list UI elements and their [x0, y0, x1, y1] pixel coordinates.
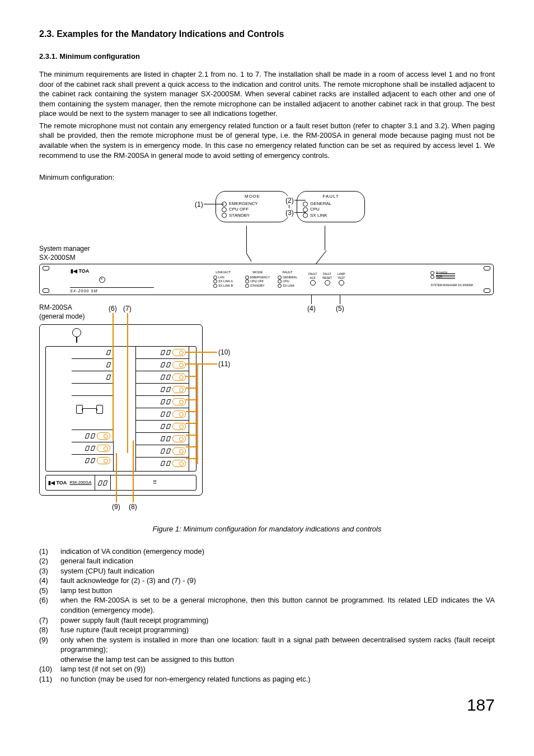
callout-7: (7) — [123, 304, 132, 313]
legend-text: lamp test (if not set on (9)) — [60, 664, 495, 674]
legend-num: (5) — [39, 586, 60, 596]
paragraph-1: The minimum requirements are listed in c… — [39, 69, 495, 119]
figure-1: MODE EMERGENCY CPU OFF STANDBY FAULT GEN… — [39, 185, 495, 534]
zoom-fault-cpu: CPU — [310, 207, 320, 212]
legend-num: (3) — [39, 566, 60, 576]
legend-list: (1)indication of VA condition (emergency… — [39, 547, 495, 684]
lamp-test-button[interactable] — [339, 280, 344, 286]
legend-text: lamp test button — [60, 586, 495, 596]
rm-key-a3[interactable] — [97, 457, 110, 464]
rm-key-b7[interactable] — [172, 423, 186, 430]
rm-label: RM-200SA (general mode) — [39, 303, 85, 321]
rm-model: RM-200SA — [69, 480, 91, 486]
legend-num: (9) — [39, 635, 60, 665]
callout-2: (2) — [285, 196, 294, 205]
callout-11: (11) — [218, 360, 230, 368]
sm-panel: ▮◀ TOA SX-2000 SM LINK/ACT LAN SX LINK A… — [39, 264, 494, 295]
zoom-fault-header: FAULT — [303, 194, 359, 200]
zoom-mode: MODE EMERGENCY CPU OFF STANDBY — [216, 191, 289, 222]
diagram: MODE EMERGENCY CPU OFF STANDBY FAULT GEN… — [39, 185, 493, 516]
rm-key-b10[interactable] — [172, 460, 186, 467]
rm-key-b8[interactable] — [172, 435, 186, 442]
legend-num: (1) — [39, 547, 60, 557]
subsection-heading: 2.3.1. Minimum configuration — [39, 52, 495, 62]
rm-panel: ▮◀ TOA RM-200SA ⠿ — [39, 324, 203, 496]
legend-num: (11) — [39, 674, 60, 684]
section-heading: 2.3. Examples for the Mandatory Indicati… — [39, 28, 495, 40]
legend-text: no function (may be used for non-emergen… — [60, 674, 495, 684]
fault-reset-button[interactable] — [325, 280, 330, 286]
rm-key-b6[interactable] — [172, 410, 186, 418]
rm-key-b4[interactable] — [172, 386, 186, 393]
legend-num: (7) — [39, 615, 60, 626]
callout-1: (1) — [195, 200, 203, 209]
callout-9: (9) — [112, 502, 120, 511]
legend-text: fault acknowledge for (2) - (3) and (7) … — [60, 576, 495, 586]
legend-num: (8) — [39, 625, 60, 635]
zoom-mode-cpuoff: CPU OFF — [229, 207, 249, 212]
page-number: 187 — [39, 694, 495, 717]
zoom-mode-header: MODE — [222, 194, 283, 200]
handset-icon — [76, 405, 103, 413]
sm-model-strip: SX-2000 SM — [70, 287, 154, 293]
legend-text: only when the system is installed in mor… — [60, 635, 495, 665]
rm-key-b9[interactable] — [172, 447, 186, 455]
zoom-fault: FAULT GENERAL CPU SX LINK — [297, 191, 365, 222]
callout-4: (4) — [307, 304, 316, 313]
sm-label: System manager SX-2000SM — [39, 244, 90, 262]
rm-key-b5[interactable] — [172, 398, 186, 405]
callout-6: (6) — [109, 304, 117, 313]
rm-key-b2[interactable] — [172, 361, 186, 368]
legend-num: (4) — [39, 576, 60, 586]
lead-text: Minimum configuration: — [39, 172, 495, 183]
legend-text: when the RM-200SA is set to be a general… — [60, 595, 495, 615]
zoom-mode-emergency: EMERGENCY — [229, 201, 258, 207]
rm-brand: ▮◀ TOA — [48, 479, 67, 486]
legend-text: general fault indication — [60, 556, 495, 566]
zoom-fault-sxlink: SX LINK — [310, 213, 327, 218]
legend-text: power supply fault (fault receipt progra… — [60, 615, 495, 626]
rm-key-b1[interactable] — [172, 349, 186, 356]
rm-key-a2[interactable] — [97, 445, 110, 452]
callout-10: (10) — [218, 348, 230, 357]
legend-num: (10) — [39, 664, 60, 674]
zoom-fault-general: GENERAL — [310, 201, 331, 207]
legend-text: system (CPU) fault indication — [60, 566, 495, 576]
fault-ack-button[interactable] — [310, 280, 316, 286]
speaker-icon: ⠿ — [114, 479, 196, 487]
zoom-mode-standby: STANDBY — [229, 213, 250, 218]
paragraph-2: The remote microphone must not contain a… — [39, 121, 495, 160]
callout-3: (3) — [285, 208, 294, 217]
legend-text: fuse rupture (fault receipt programming) — [60, 625, 495, 635]
rm-key-a1[interactable] — [97, 432, 110, 440]
legend-text: indication of VA condition (emergency mo… — [60, 547, 495, 557]
microphone-icon — [72, 328, 81, 340]
callout-5: (5) — [336, 304, 344, 313]
legend-num: (6) — [39, 595, 60, 615]
figure-caption: Figure 1: Minimum configuration for mand… — [39, 524, 495, 534]
sm-brand: ▮◀ TOA — [71, 268, 89, 274]
legend-num: (2) — [39, 556, 60, 566]
callout-8: (8) — [129, 502, 137, 511]
rm-key-b3[interactable] — [172, 374, 186, 381]
